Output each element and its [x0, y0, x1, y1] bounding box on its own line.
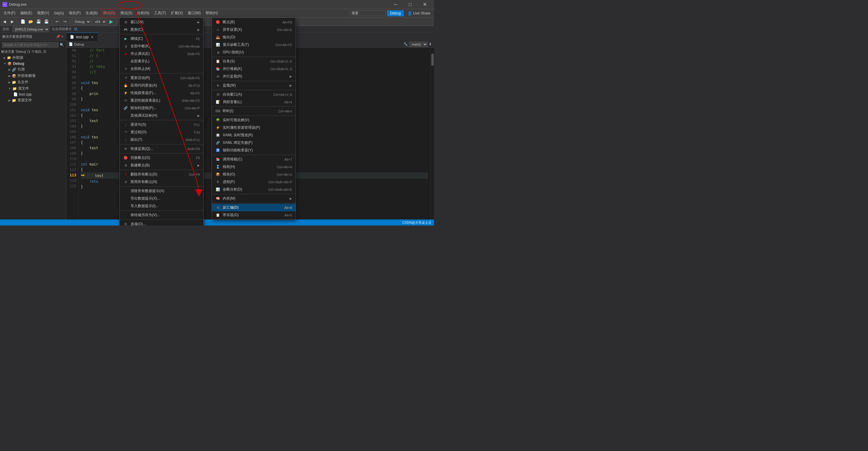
sidebar-close-icon[interactable]: ✕	[61, 35, 64, 38]
menu-analyze[interactable]: 分析(N)	[135, 9, 152, 17]
debug-menu-save-dump[interactable]: 将转储另存为(V)...	[120, 211, 204, 219]
debug-menu-apply-code[interactable]: 🔥 应用代码更改(A) Alt+F10	[120, 82, 204, 89]
debug-menu-step-over[interactable]: ↷ 逐过程(O) F10	[120, 128, 204, 136]
save-button[interactable]: 💾	[35, 19, 42, 25]
debug-menu-terminate-all[interactable]: ✕ 全部终止(M)	[120, 65, 204, 73]
submenu-arrow-window: ▶	[197, 21, 200, 24]
win-menu-diag-tools[interactable]: 📊 显示诊断工具(T) Ctrl+Alt+F2	[212, 41, 296, 49]
debug-menu-options[interactable]: ⚙ 选项(O)...	[120, 220, 204, 226]
win-menu-registers[interactable]: 📋 寄存器(G) Alt+5	[212, 211, 296, 219]
menu-window[interactable]: 窗口(W)	[185, 9, 203, 17]
debug-menu-stop[interactable]: ■ 停止调试(E) Shift+F5	[120, 50, 204, 58]
win-menu-gpu-threads[interactable]: 🖥 GPU 线程(U)	[212, 49, 296, 56]
win-menu-immediate[interactable]: ⌨ 即时(I) Ctrl+Alt+I	[212, 107, 296, 115]
tab-close-button[interactable]: ✕	[90, 35, 94, 39]
sidebar-search-input[interactable]	[2, 42, 59, 48]
back-button[interactable]: ◀	[1, 19, 8, 25]
debug-menu-new-bp[interactable]: ⊕ 新建断点(B) ▶	[120, 161, 204, 169]
menu-project[interactable]: 项目(P)	[66, 9, 83, 17]
start-debug-button[interactable]: ▶	[108, 19, 115, 25]
win-menu-parallel-stacks[interactable]: 📚 并行堆栈(K) Ctrl+Shift+D, S	[212, 65, 296, 73]
minimize-button[interactable]: ─	[389, 0, 403, 9]
tab-test-cpp[interactable]: 📄 test.cpp ✕	[66, 33, 98, 41]
debug-menu-continue[interactable]: ▶ 继续(C) F5	[120, 35, 204, 42]
menu-tools[interactable]: 工具(T)	[152, 9, 168, 17]
win-menu-live-props[interactable]: ⚡ 实时属性资源管理器(P)	[212, 124, 296, 131]
debug-menu-restart-profiler[interactable]: ⟳ 重启性能探查器(L) Shift+Alt+F2	[120, 97, 204, 104]
debug-menu-export-datatips[interactable]: 导出数据提示(X)...	[120, 195, 204, 202]
menu-file[interactable]: 文件(F)	[1, 9, 18, 17]
win-menu-live-tree[interactable]: 🌳 实时可视化树(V)	[212, 116, 296, 124]
menu-test[interactable]: 测试(S)	[118, 9, 135, 17]
debug-menu-step-into[interactable]: ↓ 逐语句(S) F11	[120, 121, 204, 128]
debug-menu-quickwatch[interactable]: 👁 快速监视(Q)... Shift+F9	[120, 145, 204, 153]
debug-menu-other-targets[interactable]: 其他调试目标(H) ▶	[120, 112, 204, 119]
debug-menu-toggle-bp[interactable]: 🔴 切换断点(G) F9	[120, 154, 204, 161]
debug-menu-step-out[interactable]: ↑ 跳出(T) Shift+F11	[120, 136, 204, 144]
close-button[interactable]: ✕	[418, 0, 432, 9]
win-menu-output[interactable]: 📤 输出(O)	[212, 33, 296, 41]
tree-item-headers[interactable]: ▶ 📁 头文件	[0, 79, 66, 85]
debug-menu-disable-all-bp[interactable]: ⊘ 禁用所有断点(N)	[120, 178, 204, 186]
tree-item-external[interactable]: ▶ 📁 外部源	[0, 55, 66, 61]
win-menu-tasks[interactable]: 📋 任务(S) Ctrl+Shift+D, K	[212, 58, 296, 65]
win-menu-xaml-binding[interactable]: 🔗 XAML 绑定失败(F)	[212, 139, 296, 147]
live-share-button[interactable]: 👤 Live Share	[405, 10, 433, 17]
expand-icon[interactable]: ⬇	[429, 42, 432, 46]
debug-menu-detach-all[interactable]: 全部离开(L)	[120, 58, 204, 65]
new-file-button[interactable]: 📄	[20, 19, 26, 25]
debug-menu-attach[interactable]: 🔗 附加到进程(P)... Ctrl+Alt+P	[120, 104, 204, 112]
vertical-scrollbar[interactable]	[430, 48, 434, 226]
win-menu-xaml-preview[interactable]: 🔲 XAML 实时预览(R)	[212, 131, 296, 139]
win-menu-exceptions[interactable]: ⚠ 异常设置(X) Ctrl+Alt+E	[212, 26, 296, 33]
debug-menu-restart[interactable]: ↺ 重新启动(R) Ctrl+Shift+F5	[120, 74, 204, 82]
tree-item-test-cpp[interactable]: 📄 test.cpp	[0, 92, 66, 97]
debug-mode-button[interactable]: Debug	[387, 10, 404, 16]
process-select[interactable]: [64812] Debug.exe	[12, 27, 50, 32]
open-button[interactable]: 📂	[27, 19, 34, 25]
win-menu-diagnostic[interactable]: 📊 诊断分析(D) Ctrl+Shift+Alt+D	[212, 186, 296, 193]
menu-help[interactable]: 帮助(H)	[203, 9, 220, 17]
debug-menu-break-all[interactable]: ⏸ 全部中断(K) Ctrl+Alt+Break	[120, 42, 204, 50]
tree-item-refs[interactable]: ▶ 🔗 引用	[0, 66, 66, 73]
win-menu-locals[interactable]: 📝 局部变量(L) Alt+4	[212, 98, 296, 106]
debug-config-select[interactable]: Debug	[72, 19, 91, 25]
win-menu-memory[interactable]: 🧠 内存(M) ▶	[212, 195, 296, 202]
forward-button[interactable]: ▶	[9, 19, 16, 25]
sidebar-search-icon[interactable]: 🔍	[60, 43, 64, 47]
menu-view[interactable]: 视图(V)	[35, 9, 52, 17]
win-menu-modules[interactable]: 📦 模块(O) Ctrl+Alt+U	[212, 171, 296, 178]
debug-menu-import-datatips[interactable]: 导入数据提示(I)...	[120, 202, 204, 210]
platform-select[interactable]: x64	[92, 19, 107, 25]
debug-menu-graphic[interactable]: 🎮 图形(C) ▶	[120, 26, 204, 33]
redo-button[interactable]: ↪	[61, 19, 68, 25]
menu-git[interactable]: Git(G)	[52, 10, 66, 17]
win-menu-watch[interactable]: 👁 监视(W) ▶	[212, 82, 296, 89]
save-all-button[interactable]: 💾	[43, 19, 50, 25]
win-menu-disassembly[interactable]: ⊞ 反汇编(D) Alt+8	[212, 204, 296, 211]
tree-item-resources[interactable]: ▶ 📁 资源文件	[0, 97, 66, 103]
debug-menu-delete-all-bp[interactable]: ✕ 删除所有断点(D) Ctrl+F9	[120, 171, 204, 178]
maximize-button[interactable]: □	[403, 0, 417, 9]
win-menu-processes[interactable]: ⚙ 进程(P) Ctrl+Shift+Alt+P	[212, 178, 296, 186]
win-menu-threads[interactable]: 🧵 线程(H) Ctrl+Alt+H	[212, 163, 296, 171]
tree-item-source[interactable]: ▼ 📁 源文件	[0, 85, 66, 92]
undo-button[interactable]: ↩	[54, 19, 60, 25]
function-select[interactable]: main()	[409, 41, 428, 47]
win-menu-accessibility[interactable]: ♿ 辅助功能检查器(Y)	[212, 147, 296, 154]
menu-edit[interactable]: 编辑(E)	[18, 9, 35, 17]
sidebar-pin-icon[interactable]: 📌	[56, 35, 60, 38]
debug-menu-window[interactable]: ⊞ 窗口(W) ▶	[120, 19, 204, 26]
win-menu-breakpoints[interactable]: 🔴 断点(B) Alt+F9	[212, 19, 296, 26]
tree-item-debug[interactable]: ▼ 📦 Debug	[0, 61, 66, 66]
debug-menu-profiler[interactable]: ⚡ 性能探查器(F)... Alt+F2	[120, 89, 204, 97]
menu-build[interactable]: 生成(B)	[83, 9, 100, 17]
win-menu-autos[interactable]: ⊞ 自动窗口(A) Ctrl+Alt+V, A	[212, 91, 296, 98]
menu-extend[interactable]: 扩展(X)	[168, 9, 185, 17]
win-menu-call-stack[interactable]: 📚 调用堆栈(C) Alt+7	[212, 156, 296, 163]
tree-item-extdeps[interactable]: ▶ 📦 外部依赖项	[0, 73, 66, 79]
search-input[interactable]	[350, 10, 386, 16]
menu-debug[interactable]: 调试(D)	[100, 9, 118, 17]
debug-menu-clear-datatips[interactable]: 清除所有数据提示(A)	[120, 187, 204, 195]
win-menu-parallel-watch[interactable]: 👁 并行监视(R) ▶	[212, 73, 296, 80]
